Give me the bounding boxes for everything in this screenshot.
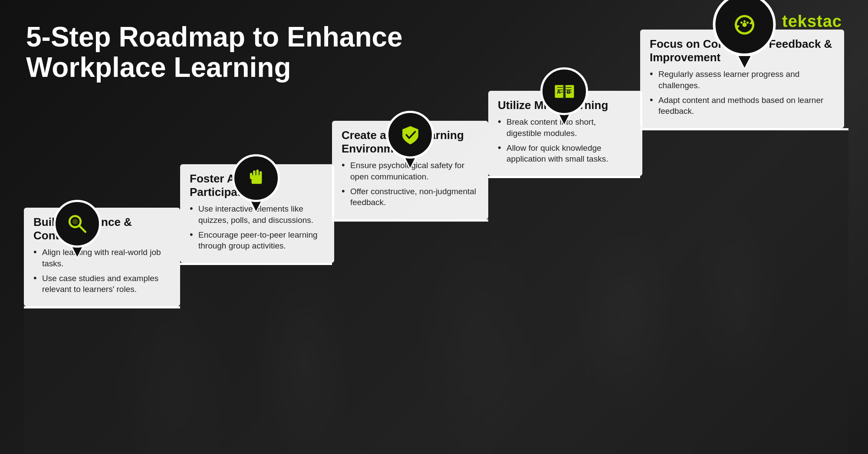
brand-logo: tekstac [782,12,842,31]
pin-5 [713,0,776,70]
pin-tail-3 [403,157,417,169]
svg-line-1 [79,225,85,232]
stair-block-3 [332,219,488,454]
pin-tail-inner-2 [251,202,261,211]
svg-rect-5 [256,169,259,177]
pin-circle-4: A B [540,67,588,115]
step-card-1: Build Relevance & Context Align learning… [24,208,180,306]
svg-point-21 [742,23,746,27]
pin-tail-inner-1 [72,247,82,257]
step-5-bullet-2: Adapt content and methods based on learn… [650,95,835,117]
pin-circle-1 [53,200,101,248]
step-1-bullet-2: Use case studies and examples relevant t… [33,273,171,295]
stair-block-5 [640,128,848,454]
book-icon: A B [552,80,576,103]
pin-tail-4 [557,114,571,126]
step-5-bullets: Regularly assess learner progress and ch… [640,69,844,128]
pin-circle-5 [713,0,776,56]
stair-block-4 [488,176,640,454]
cycle-icon [729,10,760,40]
svg-rect-4 [253,170,256,178]
svg-point-23 [743,20,746,22]
brand-suffix: stac [807,12,842,30]
step-2-bullet-2: Encourage peer-to-peer learning through … [190,229,325,252]
page-title: 5-Step Roadmap to Enhance Workplace Lear… [26,22,547,83]
pin-tail-1 [70,246,84,258]
pin-circle-3 [386,111,434,159]
stair-block-1 [24,306,180,454]
pin-circle-2 [232,154,280,202]
shield-icon [398,123,422,147]
step-3-bullet-2: Offer constructive, non-judgmental feedb… [342,186,479,208]
pin-tail-inner-4 [559,115,569,124]
brand-prefix: tek [782,12,807,30]
svg-point-22 [740,21,743,23]
step-1-bullets: Align learning with real-world job tasks… [24,247,180,306]
svg-rect-7 [250,172,252,179]
pin-tail-2 [249,201,263,213]
pin-3 [386,111,434,169]
step-1-title: Build Relevance & Context [24,208,180,247]
step-4-bullet-2: Allow for quick knowledge application wi… [498,142,633,165]
svg-rect-10 [563,84,566,99]
svg-point-24 [746,21,749,23]
pin-2 [232,154,280,213]
pin-1 [53,200,101,258]
pin-tail-inner-5 [738,56,750,68]
pin-tail-inner-3 [405,158,415,168]
main-container: tekstac 5-Step Roadmap to Enhance Workpl… [0,0,868,454]
svg-point-2 [72,219,78,224]
pin-tail-5 [736,55,753,70]
hand-icon [244,166,268,190]
svg-rect-6 [259,171,262,178]
step-5-bullet-1: Regularly assess learner progress and ch… [650,69,835,91]
stair-block-2 [180,263,332,454]
pin-4: A B [540,67,588,126]
search-icon [66,212,89,236]
